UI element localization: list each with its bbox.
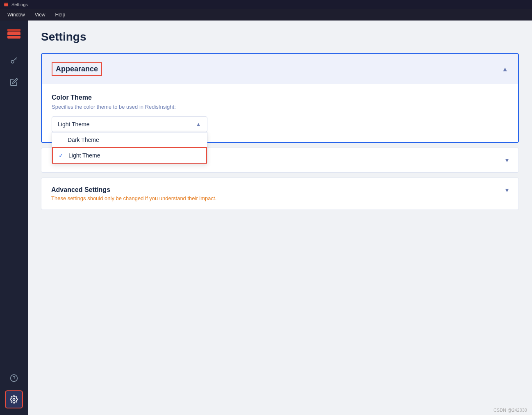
dropdown-option-dark-label: Dark Theme	[68, 137, 99, 143]
sidebar	[0, 21, 28, 415]
appearance-section-body: Color Theme Specifies the color theme to…	[42, 84, 518, 142]
theme-dropdown-trigger[interactable]: Light Theme ▲	[52, 116, 207, 132]
titlebar: Settings	[0, 0, 532, 9]
theme-dropdown-container: Light Theme ▲ ✓ Dark Theme ✓ Light The	[52, 116, 207, 132]
sidebar-logo	[6, 25, 22, 42]
menu-window[interactable]: Window	[3, 10, 29, 19]
advanced-section-header[interactable]: Advanced Settings These settings should …	[41, 178, 518, 210]
svg-point-8	[13, 399, 15, 401]
theme-dropdown-value: Light Theme	[58, 121, 90, 128]
advanced-section-description: These settings should only be changed if…	[51, 195, 216, 201]
advanced-section: Advanced Settings These settings should …	[41, 178, 519, 210]
advanced-section-title: Advanced Settings	[51, 186, 216, 194]
svg-rect-4	[7, 29, 20, 32]
theme-dropdown-menu: ✓ Dark Theme ✓ Light Theme	[52, 132, 207, 164]
dropdown-option-light[interactable]: ✓ Light Theme	[52, 147, 207, 164]
sidebar-item-keys[interactable]	[5, 52, 23, 70]
page-title: Settings	[41, 30, 519, 43]
svg-rect-1	[4, 3, 8, 4]
advanced-section-content: Advanced Settings These settings should …	[51, 186, 216, 201]
help-icon	[10, 374, 18, 382]
svg-point-6	[11, 60, 14, 63]
middle-chevron-icon: ▾	[505, 156, 509, 164]
color-theme-description: Specifies the color theme to be used in …	[52, 104, 508, 110]
menu-help[interactable]: Help	[51, 10, 69, 19]
app-icon	[3, 2, 9, 7]
sidebar-item-help[interactable]	[5, 369, 23, 387]
titlebar-text: Settings	[11, 2, 28, 7]
dropdown-option-dark[interactable]: ✓ Dark Theme	[52, 132, 207, 147]
appearance-section-title: Appearance	[52, 62, 102, 76]
light-check-icon: ✓	[59, 152, 65, 159]
menubar: Window View Help	[0, 9, 532, 21]
dropdown-option-light-label: Light Theme	[68, 152, 100, 159]
main-layout: Settings Appearance ▲ Color Theme Specif…	[0, 21, 532, 415]
svg-rect-0	[4, 4, 8, 5]
menu-view[interactable]: View	[31, 10, 50, 19]
sidebar-item-editor[interactable]	[5, 73, 23, 91]
edit-icon	[10, 78, 18, 86]
advanced-chevron-icon: ▾	[505, 186, 509, 194]
advanced-desc-prefix: These settings should only be changed	[51, 195, 145, 201]
content-area: Settings Appearance ▲ Color Theme Specif…	[28, 21, 532, 415]
color-theme-label: Color Theme	[52, 94, 508, 101]
svg-rect-5	[7, 36, 20, 39]
appearance-section: Appearance ▲ Color Theme Specifies the c…	[41, 53, 519, 143]
key-icon	[10, 57, 18, 65]
svg-rect-3	[7, 32, 20, 35]
svg-rect-2	[4, 5, 8, 6]
watermark: CSDN @242030	[493, 408, 527, 413]
appearance-chevron-icon: ▲	[502, 66, 508, 73]
sidebar-item-settings[interactable]	[5, 390, 23, 408]
appearance-section-header[interactable]: Appearance ▲	[42, 54, 518, 84]
dropdown-chevron-up-icon: ▲	[196, 121, 201, 128]
advanced-desc-suffix: you understand their impact.	[148, 195, 217, 201]
sidebar-divider	[6, 364, 22, 364]
settings-icon	[10, 395, 18, 404]
settings-container: Appearance ▲ Color Theme Specifies the c…	[41, 53, 519, 210]
